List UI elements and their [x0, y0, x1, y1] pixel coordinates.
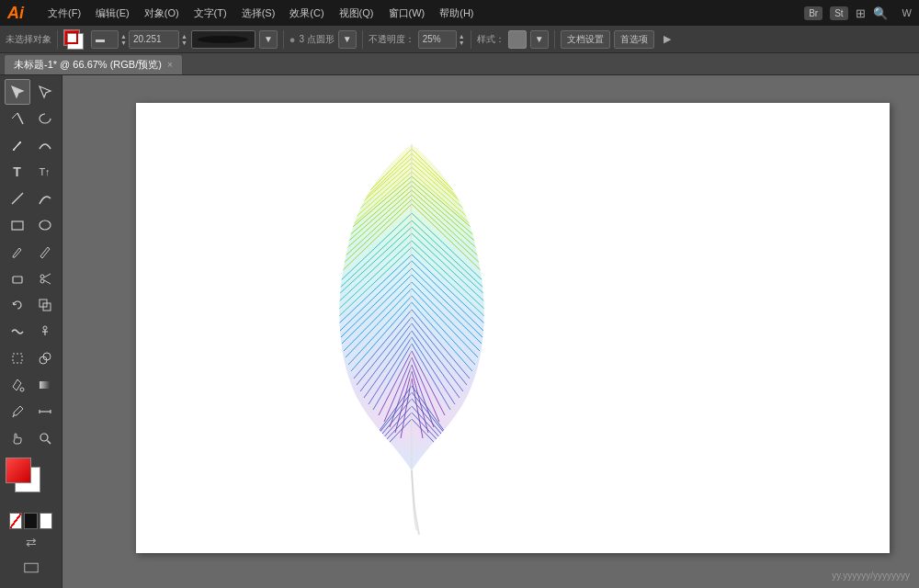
tool-row-zoom: [2, 425, 60, 451]
selection-tool-btn[interactable]: [5, 79, 30, 105]
no-selection-label: 未选择对象: [6, 33, 51, 46]
style-dropdown[interactable]: ▼: [530, 30, 549, 49]
svg-rect-15: [13, 354, 22, 363]
preferences-btn[interactable]: 首选项: [614, 30, 654, 49]
menu-window[interactable]: 窗口(W): [389, 6, 425, 20]
swap-colors-btn[interactable]: ⇄: [26, 535, 37, 549]
stroke-color-btn[interactable]: [63, 29, 87, 50]
document-tab[interactable]: 未标题-1* @ 66.67% (RGB/预览) ×: [4, 54, 183, 74]
svg-point-12: [43, 326, 47, 330]
minimize-icon[interactable]: W: [902, 7, 912, 18]
gradient-btn[interactable]: [32, 372, 58, 398]
menu-object[interactable]: 对象(O): [144, 6, 179, 20]
menu-help[interactable]: 帮助(H): [439, 6, 473, 20]
tool-row-type: T T↑: [2, 159, 60, 185]
opacity-arrows[interactable]: ▲▼: [459, 33, 465, 46]
tab-title: 未标题-1* @ 66.67% (RGB/预览): [14, 58, 162, 72]
zoom-btn[interactable]: [32, 425, 58, 451]
eyedropper-btn[interactable]: [5, 399, 30, 424]
color-swatches: [6, 458, 59, 511]
puppet-warp-btn[interactable]: [32, 319, 58, 345]
brush-name-dropdown[interactable]: ▼: [338, 30, 357, 49]
workspace-icon[interactable]: ⊞: [856, 6, 866, 20]
type-btn[interactable]: T: [5, 159, 30, 185]
white-swatch[interactable]: [40, 513, 52, 529]
canvas-area[interactable]: yy.yyyyyy/yyyyyyyy: [62, 75, 919, 588]
pen-icon: [10, 138, 25, 153]
more-icon: ▶: [664, 33, 671, 45]
tool-row-rotate: [2, 292, 60, 318]
separator-4: [471, 30, 471, 49]
menu-select[interactable]: 选择(S): [242, 6, 276, 20]
magic-wand-btn[interactable]: [5, 106, 30, 131]
stroke-width-arrows[interactable]: ▲▼: [181, 33, 187, 46]
brush-dropdown[interactable]: ▼: [259, 30, 278, 49]
svg-line-24: [47, 441, 51, 445]
svg-rect-3: [12, 221, 23, 230]
gradient-icon: [38, 378, 52, 392]
stroke-width-group: ▬ ▲▼ ▲▼: [91, 30, 187, 49]
menu-text[interactable]: 文字(T): [194, 6, 227, 20]
arc-btn[interactable]: [32, 186, 58, 211]
stroke-arrows[interactable]: ▲▼: [120, 33, 127, 46]
paintbrush-btn[interactable]: [5, 239, 30, 265]
hand-btn[interactable]: [5, 425, 30, 451]
feather-artwork: [283, 140, 540, 535]
lasso-btn[interactable]: [32, 106, 58, 131]
line-segment-btn[interactable]: [5, 186, 30, 211]
pen-btn[interactable]: [5, 132, 30, 158]
eyedropper-icon: [10, 404, 25, 419]
artboard-btn[interactable]: [13, 555, 50, 581]
rect-btn[interactable]: [5, 212, 30, 238]
menu-view[interactable]: 视图(Q): [339, 6, 374, 20]
menu-file[interactable]: 文件(F): [48, 6, 81, 20]
pencil-btn[interactable]: [32, 239, 58, 265]
document-settings-btn[interactable]: 文档设置: [561, 30, 610, 49]
opacity-input[interactable]: [418, 30, 457, 49]
brush-dropdown-arrow: ▼: [264, 34, 273, 44]
svg-point-23: [40, 434, 48, 441]
warp-btn[interactable]: [5, 319, 30, 345]
search-icon[interactable]: 🔍: [873, 6, 888, 20]
svg-point-7: [40, 279, 44, 283]
eraser-btn[interactable]: [5, 266, 30, 291]
style-swatch[interactable]: [508, 30, 527, 49]
direct-selection-tool-btn[interactable]: [32, 79, 58, 105]
more-options-btn[interactable]: ▶: [658, 30, 676, 49]
touch-type-icon: T↑: [39, 166, 50, 177]
paint-bucket-btn[interactable]: [5, 372, 30, 398]
stroke-width-input[interactable]: [129, 30, 179, 49]
tab-close-btn[interactable]: ×: [167, 60, 173, 70]
ellipse-btn[interactable]: [32, 212, 58, 238]
shape-builder-btn[interactable]: [32, 345, 58, 371]
free-transform-btn[interactable]: [5, 345, 30, 371]
tool-row-pen: [2, 132, 60, 158]
artboard-icon: [24, 560, 39, 575]
none-swatch[interactable]: [9, 513, 22, 529]
curvature-btn[interactable]: [32, 132, 58, 158]
menu-edit[interactable]: 编辑(E): [96, 6, 130, 20]
stroke-type-dropdown[interactable]: ▬: [91, 30, 119, 49]
touch-type-btn[interactable]: T↑: [32, 159, 58, 185]
black-swatch[interactable]: [24, 513, 37, 529]
opacity-group: ▲▼: [418, 30, 465, 49]
tab-bar: 未标题-1* @ 66.67% (RGB/预览) ×: [0, 53, 919, 75]
selection-tool-icon: [10, 85, 25, 99]
tool-row-freegradient: [2, 345, 60, 371]
scale-icon: [38, 298, 52, 312]
bridge-badge[interactable]: Br: [804, 6, 823, 20]
scale-btn[interactable]: [32, 292, 58, 318]
menu-effect[interactable]: 效果(C): [289, 6, 323, 20]
swap-reset-row: ⇄: [6, 535, 56, 549]
stock-badge[interactable]: St: [830, 6, 847, 20]
foreground-color-swatch[interactable]: [6, 458, 31, 483]
artboard-btn-row: [6, 555, 56, 581]
measure-btn[interactable]: [32, 399, 58, 424]
scissors-btn[interactable]: [32, 266, 58, 291]
tool-row-paint: [2, 239, 60, 265]
rotate-btn[interactable]: [5, 292, 30, 318]
curvature-icon: [38, 138, 52, 153]
shape-builder-icon: [38, 351, 52, 366]
svg-point-6: [40, 275, 44, 278]
opacity-label: 不透明度：: [369, 33, 414, 46]
